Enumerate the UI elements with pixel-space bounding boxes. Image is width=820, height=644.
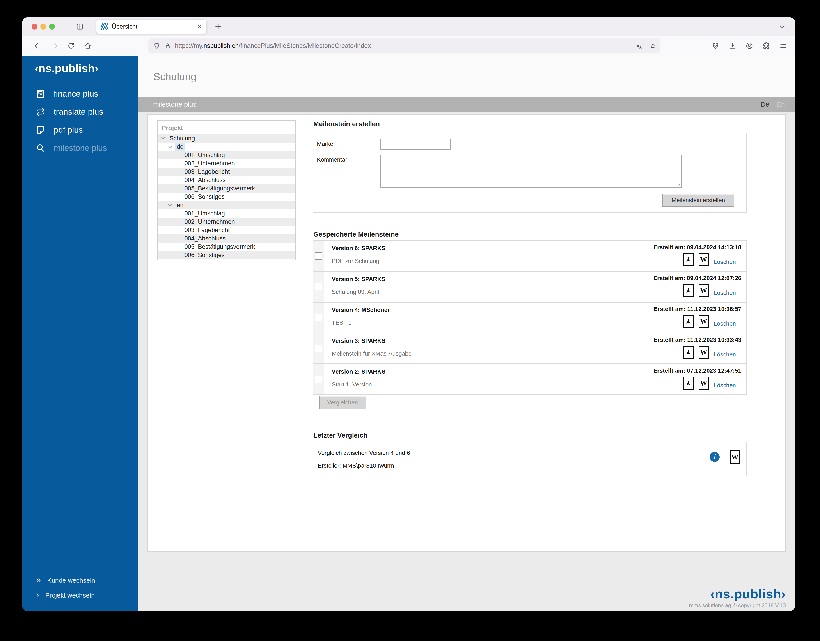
word-export-icon[interactable]: W bbox=[699, 315, 709, 328]
lang-de[interactable]: De bbox=[761, 101, 769, 108]
milestone-checkbox[interactable] bbox=[315, 252, 322, 259]
sidebar-item-pdf-plus[interactable]: pdf plus bbox=[22, 121, 138, 139]
info-icon[interactable]: i bbox=[710, 452, 720, 462]
back-icon[interactable] bbox=[31, 39, 44, 52]
tree-node[interactable]: 004_Abschluss bbox=[158, 176, 295, 184]
project-tree: Projekt Schulung de 001_Umschlag 002_Unt… bbox=[157, 120, 296, 261]
menu-hamburger-icon[interactable] bbox=[779, 42, 787, 50]
sidebar-footer: » Kunde wechseln › Projekt wechseln bbox=[22, 573, 138, 603]
chevron-down-icon[interactable] bbox=[167, 144, 175, 150]
tree-node[interactable]: 003_Lagebericht bbox=[158, 168, 295, 176]
delete-milestone-link[interactable]: Löschen bbox=[714, 258, 736, 265]
pdf-export-icon[interactable] bbox=[683, 315, 694, 328]
switch-project-link[interactable]: › Projekt wechseln bbox=[22, 588, 138, 603]
compare-button[interactable]: Vergleichen bbox=[319, 396, 366, 409]
delete-milestone-link[interactable]: Löschen bbox=[714, 351, 736, 358]
tab-close-icon[interactable] bbox=[197, 24, 203, 29]
saved-milestones-heading: Gespeicherte Meilensteine bbox=[313, 230, 399, 238]
word-export-icon[interactable]: W bbox=[729, 451, 740, 463]
milestone-row: Version 5: SPARKS Schulung 09. April Ers… bbox=[313, 272, 746, 302]
translate-icon[interactable] bbox=[636, 42, 643, 49]
footer-copyright: mms solutions ag © copyright 2018 V.13 bbox=[689, 602, 786, 609]
delete-milestone-link[interactable]: Löschen bbox=[714, 382, 736, 389]
word-export-icon[interactable]: W bbox=[699, 284, 709, 297]
delete-milestone-link[interactable]: Löschen bbox=[714, 289, 736, 296]
url-bar[interactable]: https://my.nspublish.ch/financePlus/Mile… bbox=[148, 38, 660, 53]
milestone-checkbox-column bbox=[313, 272, 324, 302]
browser-tab[interactable]: Übersicht bbox=[97, 20, 206, 34]
maximize-window-button[interactable] bbox=[49, 24, 55, 29]
last-compare-heading: Letzter Vergleich bbox=[313, 431, 367, 439]
milestone-texts: Version 5: SPARKS Schulung 09. April bbox=[324, 272, 385, 302]
minimize-window-button[interactable] bbox=[40, 24, 46, 29]
word-glyph: W bbox=[700, 256, 707, 263]
milestone-comment: Schulung 09. April bbox=[332, 288, 385, 295]
sidebar-item-milestone-plus[interactable]: milestone plus bbox=[22, 139, 138, 157]
lock-icon[interactable] bbox=[164, 42, 171, 49]
word-export-icon[interactable]: W bbox=[699, 253, 709, 266]
tree-node[interactable]: de bbox=[158, 143, 295, 151]
tree-node[interactable]: 006_Sonstiges bbox=[158, 193, 295, 201]
sidebar-item-translate-plus[interactable]: translate plus bbox=[22, 103, 138, 121]
tree-node[interactable]: 006_Sonstiges bbox=[158, 251, 295, 259]
tree-node[interactable]: 003_Lagebericht bbox=[158, 226, 295, 235]
word-glyph: W bbox=[700, 380, 707, 387]
milestone-checkbox[interactable] bbox=[315, 283, 322, 290]
word-export-icon[interactable]: W bbox=[699, 346, 709, 359]
extensions-puzzle-icon[interactable] bbox=[762, 42, 770, 50]
milestone-checkbox-column bbox=[313, 364, 324, 394]
pdf-export-icon[interactable] bbox=[683, 284, 694, 297]
app-nav: finance plus translate plus pdf plus mil… bbox=[22, 85, 138, 157]
sidebar-item-label: pdf plus bbox=[54, 125, 83, 135]
word-glyph: W bbox=[700, 318, 707, 325]
chevron-down-icon[interactable] bbox=[167, 202, 175, 208]
milestone-texts: Version 4: MSchoner TEST 1 bbox=[324, 303, 390, 333]
bottom-strip bbox=[0, 641, 820, 644]
tab-overflow-chevron-icon[interactable] bbox=[778, 23, 786, 31]
bookmark-star-icon[interactable] bbox=[650, 42, 656, 49]
milestone-checkbox[interactable] bbox=[315, 376, 322, 383]
milestone-checkbox[interactable] bbox=[315, 314, 322, 321]
tree-node[interactable]: 001_Umschlag bbox=[158, 209, 295, 218]
pdf-export-icon[interactable] bbox=[683, 346, 694, 359]
reload-icon[interactable] bbox=[64, 39, 78, 52]
create-milestone-button[interactable]: Meilenstein erstellen bbox=[662, 194, 734, 207]
tree-node[interactable]: en bbox=[158, 201, 295, 209]
shield-check-icon[interactable] bbox=[712, 42, 719, 50]
delete-milestone-link[interactable]: Löschen bbox=[714, 320, 736, 327]
tree-node[interactable]: 005_Bestätigungsvermerk bbox=[158, 184, 295, 193]
tree-node[interactable]: 004_Abschluss bbox=[158, 235, 295, 243]
pdf-export-icon[interactable] bbox=[683, 377, 694, 389]
tree-node[interactable]: 001_Umschlag bbox=[158, 151, 295, 159]
milestone-row: Version 6: SPARKS PDF zur Schulung Erste… bbox=[313, 241, 746, 271]
lang-en[interactable]: En bbox=[777, 101, 785, 108]
chevron-down-icon[interactable] bbox=[160, 135, 168, 141]
tree-node[interactable]: Schulung bbox=[158, 134, 295, 143]
close-window-button[interactable] bbox=[32, 24, 37, 29]
milestone-row: Version 4: MSchoner TEST 1 Erstellt am: … bbox=[313, 303, 746, 333]
kommentar-textarea[interactable] bbox=[381, 155, 682, 188]
tree-node[interactable]: 002_Unternehmen bbox=[158, 218, 295, 226]
new-tab-button[interactable] bbox=[214, 23, 222, 31]
account-icon[interactable] bbox=[745, 42, 753, 50]
pdf-export-icon[interactable] bbox=[683, 253, 694, 266]
tree-node[interactable]: 002_Unternehmen bbox=[158, 159, 295, 168]
tree-node[interactable]: 005_Bestätigungsvermerk bbox=[158, 243, 295, 251]
milestone-checkbox[interactable] bbox=[315, 345, 322, 352]
downloads-icon[interactable] bbox=[728, 42, 736, 50]
milestone-version: Version 3: SPARKS bbox=[332, 337, 412, 344]
tracking-shield-icon[interactable] bbox=[153, 42, 160, 49]
milestone-comment: PDF zur Schulung bbox=[332, 258, 385, 265]
forward-icon[interactable] bbox=[48, 39, 61, 52]
sidebar-item-finance-plus[interactable]: finance plus bbox=[22, 85, 138, 103]
url-prefix: https://my. bbox=[175, 42, 204, 49]
word-export-icon[interactable]: W bbox=[699, 377, 709, 389]
milestone-checkbox-column bbox=[313, 241, 324, 271]
browser-tab-bar: Übersicht bbox=[22, 17, 795, 36]
sidebar-toggle-icon[interactable] bbox=[76, 23, 84, 31]
switch-customer-link[interactable]: » Kunde wechseln bbox=[22, 573, 138, 588]
marke-input[interactable] bbox=[381, 139, 451, 150]
tree-node-label: en bbox=[175, 201, 185, 209]
pdf-page-icon bbox=[35, 125, 46, 135]
home-icon[interactable] bbox=[81, 39, 94, 52]
